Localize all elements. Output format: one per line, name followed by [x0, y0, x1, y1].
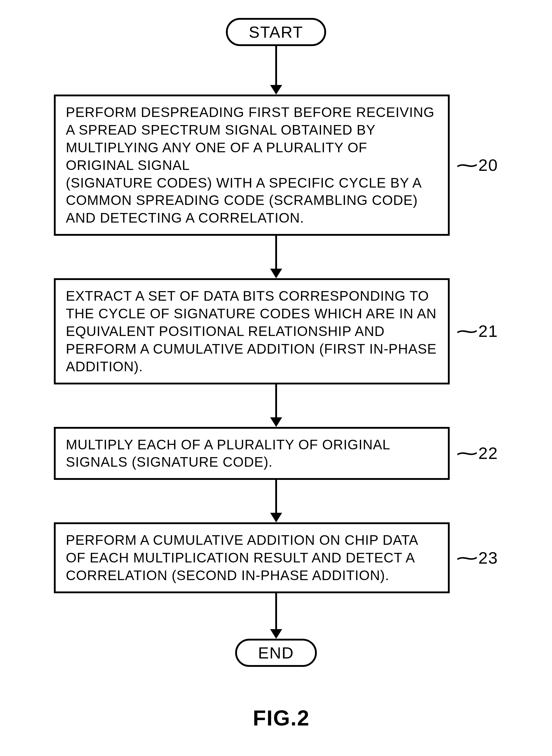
arrow-head-icon — [270, 513, 282, 522]
arrow — [270, 593, 282, 639]
step-ref: ⁓ 22 — [458, 444, 498, 462]
step-row: MULTIPLY EACH OF A PLURALITY OF ORIGINAL… — [54, 427, 498, 480]
step-box-23: PERFORM A CUMULATIVE ADDITION ON CHIP DA… — [54, 522, 450, 593]
arrow-shaft — [275, 236, 277, 269]
arrow-head-icon — [270, 629, 282, 639]
arrow — [270, 480, 282, 522]
arrow-head-icon — [270, 85, 282, 95]
step-ref: ⁓ 21 — [458, 322, 498, 340]
arrow — [270, 236, 282, 278]
step-row: PERFORM DESPREADING FIRST BEFORE RECEIVI… — [54, 95, 498, 236]
leader-curve-icon: ⁓ — [456, 549, 478, 567]
arrow — [270, 46, 282, 95]
flowchart: START PERFORM DESPREADING FIRST BEFORE R… — [54, 18, 498, 730]
arrow-shaft — [275, 593, 277, 629]
leader-curve-icon: ⁓ — [456, 444, 478, 462]
step-ref: ⁓ 20 — [458, 156, 498, 174]
arrow-shaft — [275, 385, 277, 417]
step-row: EXTRACT A SET OF DATA BITS CORRESPONDING… — [54, 278, 498, 384]
step-box-20: PERFORM DESPREADING FIRST BEFORE RECEIVI… — [54, 95, 450, 236]
arrow-head-icon — [270, 417, 282, 427]
arrow — [270, 385, 282, 427]
step-row: PERFORM A CUMULATIVE ADDITION ON CHIP DA… — [54, 522, 498, 593]
page: START PERFORM DESPREADING FIRST BEFORE R… — [0, 0, 552, 756]
terminator-end: END — [235, 639, 316, 667]
arrow-head-icon — [270, 269, 282, 278]
leader-curve-icon: ⁓ — [456, 156, 478, 174]
step-ref: ⁓ 23 — [458, 549, 498, 567]
step-ref-num: 20 — [478, 157, 498, 173]
step-ref-num: 22 — [478, 445, 498, 462]
leader-curve-icon: ⁓ — [456, 322, 478, 340]
arrow-shaft — [275, 480, 277, 513]
step-box-21: EXTRACT A SET OF DATA BITS CORRESPONDING… — [54, 278, 450, 384]
terminator-start: START — [226, 18, 326, 46]
figure-caption: FIG.2 — [253, 706, 310, 730]
step-ref-num: 23 — [478, 550, 498, 566]
step-ref-num: 21 — [478, 323, 498, 339]
step-box-22: MULTIPLY EACH OF A PLURALITY OF ORIGINAL… — [54, 427, 450, 480]
arrow-shaft — [275, 46, 277, 85]
